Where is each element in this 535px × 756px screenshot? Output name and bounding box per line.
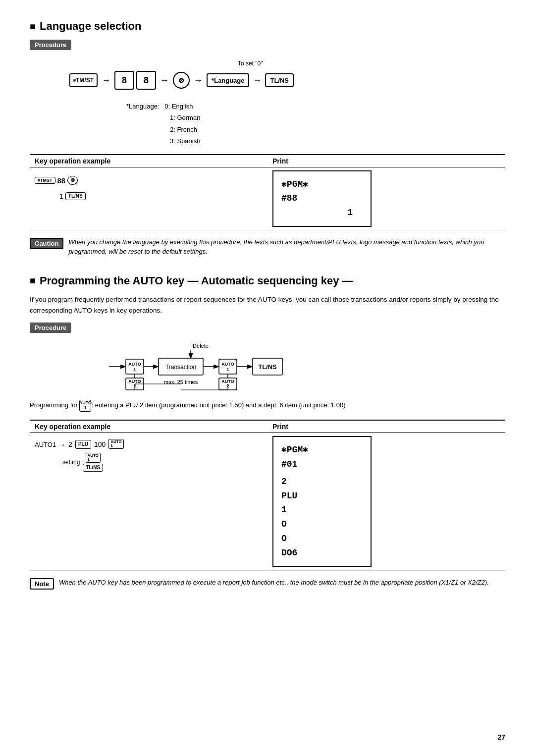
svg-text:1: 1 xyxy=(133,367,136,372)
pgm-line-2: ✱PGM✱ xyxy=(281,443,363,457)
note-text: When the AUTO key has been programmed to… xyxy=(59,578,489,588)
setting-label: setting xyxy=(62,459,80,466)
plu-line: PLU xyxy=(281,489,363,503)
lang-1: 1: German xyxy=(170,114,200,121)
key-8a: 8 xyxy=(114,71,134,90)
auto1-inline: AUTO1 xyxy=(79,400,91,412)
auto1-small-top: AUTO1 xyxy=(108,439,124,449)
print-content-2: ✱PGM✱ #01 2 PLU 1 O O DO6 xyxy=(268,433,505,570)
svg-text:TL/NS: TL/NS xyxy=(258,363,277,371)
setting-row: setting AUTO1 TL/NS xyxy=(62,453,263,472)
key-op-example-1: #TMST 88 ⊗ 1 TL/NS xyxy=(35,172,263,204)
auto-flow-svg: Delete AUTO 1 Transaction AUTO 1 xyxy=(94,342,367,391)
lang-0: 0: English xyxy=(164,103,193,110)
auto1-small-2: AUTO1 xyxy=(86,453,101,463)
section2: Programming the AUTO key — Automatic seq… xyxy=(30,274,505,590)
page-number: 27 xyxy=(497,733,505,741)
key-op-content-2: AUTO1 → 2 PLU 100 AUTO1 setting AUTO1 xyxy=(30,433,268,570)
language-label: *Language: xyxy=(126,103,163,110)
section2-title: Programming the AUTO key — Automatic seq… xyxy=(30,274,505,287)
svg-text:AUTO: AUTO xyxy=(221,362,234,367)
lang-2: 2: French xyxy=(170,126,197,133)
tlns-key-1: TL/NS xyxy=(265,73,294,87)
key-8b: 8 xyxy=(136,71,156,90)
svg-text:1: 1 xyxy=(226,367,229,372)
delete-label: Delete xyxy=(193,343,209,349)
hash88-line: #88 xyxy=(281,191,363,206)
plu-key: PLU xyxy=(75,440,91,449)
arrow3: → xyxy=(194,75,203,86)
arrow4: → xyxy=(253,76,261,85)
key-op-table-1: Key operation example Print #TMST 88 ⊗ 1 xyxy=(30,154,505,230)
print-area-1: ✱PGM✱ #88 1 xyxy=(272,170,372,227)
arrow-auto1: → xyxy=(59,441,65,448)
language-flow-diagram: To set "0" #TM/ST → 8 8 → ⊗ → *Language xyxy=(69,60,505,100)
val2-line: 2 xyxy=(281,475,363,489)
num-88: 88 xyxy=(57,172,66,189)
print-header-2: Print xyxy=(268,420,505,433)
procedure-badge-2: Procedure xyxy=(30,323,71,333)
arrow1: → xyxy=(102,75,110,86)
print-content-1: ✱PGM✱ #88 1 xyxy=(268,167,505,230)
svg-text:AUTO: AUTO xyxy=(128,362,141,367)
lang-3: 3: Spanish xyxy=(170,137,200,145)
auto1-label: AUTO1 xyxy=(35,441,56,448)
section1-title-text: Language selection xyxy=(40,20,141,33)
print-area-2: ✱PGM✱ #01 2 PLU 1 O O DO6 xyxy=(272,436,372,567)
caution-label: Caution xyxy=(30,238,63,249)
language-key: *Language xyxy=(207,73,249,87)
caution-box: Caution When you change the language by … xyxy=(30,237,505,257)
do6-line: DO6 xyxy=(281,546,363,560)
key-op-header-2: Key operation example xyxy=(30,420,268,433)
note-box: Note When the AUTO key has been programm… xyxy=(30,578,505,590)
val1-line-2: 1 xyxy=(281,503,363,517)
key-op-header-1: Key operation example xyxy=(30,155,268,167)
section1-title: Language selection xyxy=(30,20,505,33)
tmst-key: #TM/ST xyxy=(69,73,98,87)
svg-text:Transaction: Transaction xyxy=(165,364,196,371)
to-set-label: To set "0" xyxy=(238,60,263,67)
num-100: 100 xyxy=(94,440,106,448)
section2-title-text: Programming the AUTO key — Automatic seq… xyxy=(40,274,353,287)
key-op-content-1: #TMST 88 ⊗ 1 TL/NS xyxy=(30,167,268,230)
section1: Language selection Procedure To set "0" … xyxy=(30,20,505,257)
val1-line: 1 xyxy=(281,206,363,220)
section2-description: If you program frequently performed tran… xyxy=(30,294,505,316)
procedure-badge-1: Procedure xyxy=(30,40,71,50)
val0-line-1: O xyxy=(281,517,363,532)
arrow2: → xyxy=(160,75,169,86)
tlns-small-2: TL/NS xyxy=(83,464,103,472)
note-label: Note xyxy=(30,578,54,590)
auto-flow-diagram: Delete AUTO 1 Transaction AUTO 1 xyxy=(94,342,505,393)
language-options: *Language: 0: English 1: German 2: Frenc… xyxy=(126,101,505,147)
val0-line-2: O xyxy=(281,532,363,546)
circle-x-key: ⊗ xyxy=(173,72,190,89)
tlns-small: TL/NS xyxy=(65,192,86,200)
hash01-line: #01 xyxy=(281,457,363,472)
auto1-flow: AUTO1 → 2 PLU 100 AUTO1 xyxy=(35,439,263,450)
num-1: 1 xyxy=(59,189,63,204)
circle-x-small: ⊗ xyxy=(67,176,78,184)
print-header-1: Print xyxy=(268,155,505,167)
key-op-table-2: Key operation example Print AUTO1 → 2 PL… xyxy=(30,420,505,570)
programming-note: Programming for AUTO1: entering a PLU 2 … xyxy=(30,400,505,412)
num-2: 2 xyxy=(68,440,72,448)
caution-text: When you change the language by executin… xyxy=(68,237,505,257)
tmst-small: #TMST xyxy=(35,177,55,184)
pgm-line: ✱PGM✱ xyxy=(281,177,363,192)
